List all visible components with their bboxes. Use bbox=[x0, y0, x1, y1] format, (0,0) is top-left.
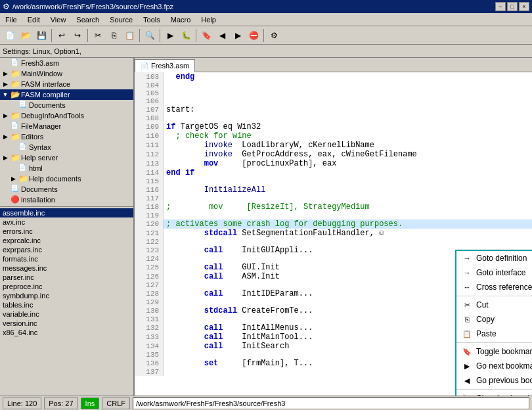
tree-item-filemanager[interactable]: 📄 FileManager bbox=[0, 121, 133, 131]
tree-label: installation bbox=[21, 196, 55, 204]
ctx-cut[interactable]: ✂ Cut Ctrl+X bbox=[456, 298, 532, 312]
menu-edit[interactable]: Edit bbox=[25, 14, 43, 25]
tree-item-editors[interactable]: ▶ 📁 Editors bbox=[0, 131, 133, 142]
folder-icon: 📁 bbox=[18, 174, 28, 183]
tree-item-installation[interactable]: 🔴 installation bbox=[0, 194, 133, 205]
expand-icon bbox=[9, 101, 17, 109]
tree-label: html bbox=[29, 164, 43, 172]
file-list-messages[interactable]: messages.inc bbox=[0, 263, 133, 273]
tree-item-fasminterface[interactable]: ▶ 📁 FASM interface bbox=[0, 79, 133, 89]
tree-item-mainwindow[interactable]: ▶ 📁 MainWindow bbox=[0, 68, 133, 79]
next-bk-icon: ▶ bbox=[462, 361, 472, 371]
ctx-sep2 bbox=[456, 342, 532, 343]
close-button[interactable]: × bbox=[519, 2, 529, 11]
tree-item-syntax[interactable]: 📄 Syntax bbox=[0, 142, 133, 152]
maximize-button[interactable]: □ bbox=[507, 2, 518, 11]
file-list-assemble[interactable]: assemble.inc bbox=[0, 208, 133, 217]
toolbar-undo[interactable]: ↩ bbox=[55, 28, 69, 43]
tree-label: FileManager bbox=[21, 122, 61, 130]
file-list-symbdump[interactable]: symbdump.inc bbox=[0, 291, 133, 300]
tab-icon: 📄 bbox=[141, 62, 148, 70]
file-label: formats.inc bbox=[3, 255, 38, 263]
main-layout: 📄 Fresh3.asm ▶ 📁 MainWindow ▶ 📁 FASM int… bbox=[0, 58, 532, 396]
file-list-formats[interactable]: formats.inc bbox=[0, 254, 133, 263]
ctx-go-prev-bookmark[interactable]: ◀ Go previous bookmark bbox=[456, 373, 532, 388]
tree-label: Help server bbox=[21, 154, 58, 162]
toolbar-bk2[interactable]: ⛔ bbox=[246, 28, 261, 43]
tab-fresh3asm[interactable]: 📄 Fresh3.asm bbox=[135, 59, 195, 72]
toolbar-paste[interactable]: 📋 bbox=[122, 28, 137, 43]
menu-macro[interactable]: Macro bbox=[168, 14, 194, 25]
menu-source[interactable]: Source bbox=[107, 14, 135, 25]
tree-item-helpserver[interactable]: ▶ 📁 Help server bbox=[0, 152, 133, 163]
file-list-exprcalc[interactable]: exprcalc.inc bbox=[0, 236, 133, 245]
file-list-tables[interactable]: tables.inc bbox=[0, 300, 133, 309]
ctx-goto-interface[interactable]: → Goto interface Ctrl+Shift+D bbox=[456, 265, 532, 280]
tree-item-debugtools[interactable]: ▶ 📁 DebugInfoAndTools bbox=[0, 110, 133, 121]
ctx-label: Copy bbox=[476, 315, 495, 324]
ctx-label: Clear bookmarks bbox=[476, 394, 532, 396]
tree-item-helpdocs[interactable]: ▶ 📁 Help documents bbox=[0, 173, 133, 184]
toolbar-find[interactable]: 🔍 bbox=[143, 28, 157, 43]
tree-label: Documents bbox=[29, 101, 66, 109]
settings-text: Settings: Linux, Option1, bbox=[3, 47, 81, 55]
toolbar-run[interactable]: ▶ bbox=[163, 28, 177, 43]
file-list-exprpars[interactable]: exprpars.inc bbox=[0, 245, 133, 254]
file-list-preproce[interactable]: preproce.inc bbox=[0, 282, 133, 291]
table-row: 120; activates some crash log for debugg… bbox=[135, 219, 532, 229]
code-editor[interactable]: 103 endg 104 105 106 107start: 108 109if… bbox=[135, 72, 532, 396]
ctx-toggle-bookmark[interactable]: 🔖 Toggle bookmark Ctrl+B bbox=[456, 344, 532, 359]
file-list-errors[interactable]: errors.inc bbox=[0, 227, 133, 236]
ctx-copy[interactable]: ⎘ Copy Ctrl+C bbox=[456, 312, 532, 327]
status-crlf: CRLF bbox=[102, 398, 130, 409]
sidebar: 📄 Fresh3.asm ▶ 📁 MainWindow ▶ 📁 FASM int… bbox=[0, 58, 135, 396]
expand-icon bbox=[9, 143, 17, 151]
tree-label: FASM compiler bbox=[21, 91, 70, 99]
ctx-paste[interactable]: 📋 Paste Ctrl+V bbox=[456, 327, 532, 341]
ctx-label: Go next bookmark bbox=[476, 361, 532, 371]
table-row: 103 endg bbox=[135, 72, 532, 81]
toolbar-open[interactable]: 📂 bbox=[18, 28, 33, 43]
menu-search[interactable]: Search bbox=[74, 14, 102, 25]
file-list-parser[interactable]: parser.inc bbox=[0, 273, 133, 282]
folder-icon: 📁 bbox=[11, 111, 20, 120]
file-label: variable.inc bbox=[3, 310, 39, 318]
ctx-cross-reference[interactable]: ↔ Cross reference Ctrl+R bbox=[456, 280, 532, 294]
menu-help[interactable]: Help bbox=[198, 14, 219, 25]
toolbar-debug[interactable]: 🐛 bbox=[179, 28, 193, 43]
toolbar-next-bk[interactable]: ▶ bbox=[231, 28, 245, 43]
toolbar-cut[interactable]: ✂ bbox=[91, 28, 105, 43]
toolbar-copy[interactable]: ⎘ bbox=[106, 28, 121, 43]
ctx-go-next-bookmark[interactable]: ▶ Go next bookmark bbox=[456, 359, 532, 373]
expand-icon bbox=[9, 164, 17, 172]
tree-item-documents2[interactable]: 📃 Documents bbox=[0, 184, 133, 194]
minimize-button[interactable]: − bbox=[495, 2, 506, 11]
settings-bar: Settings: Linux, Option1, bbox=[0, 45, 532, 58]
expand-icon bbox=[1, 185, 9, 193]
toolbar-redo[interactable]: ↪ bbox=[70, 28, 85, 43]
file-list-version[interactable]: version.inc bbox=[0, 319, 133, 328]
table-row: 113 mov [procLinuxPath], eax bbox=[135, 159, 532, 168]
ctx-clear-bookmarks[interactable]: 🔖 Clear bookmarks bbox=[456, 391, 532, 396]
toolbar-extra[interactable]: ⚙ bbox=[267, 28, 281, 43]
table-row: 108 bbox=[135, 114, 532, 122]
tree-item-documents1[interactable]: 📃 Documents bbox=[0, 100, 133, 110]
file-list-avx[interactable]: avx.inc bbox=[0, 217, 133, 227]
tab-label: Fresh3.asm bbox=[151, 62, 189, 70]
menu-file[interactable]: File bbox=[3, 14, 20, 25]
toolbar-prev-bk[interactable]: ◀ bbox=[215, 28, 229, 43]
menu-view[interactable]: View bbox=[48, 14, 69, 25]
tree-item-fresh3asm[interactable]: 📄 Fresh3.asm bbox=[0, 58, 133, 68]
toolbar-save[interactable]: 💾 bbox=[34, 28, 49, 43]
clear-bk-icon: 🔖 bbox=[462, 393, 472, 396]
tree-item-html[interactable]: 📄 html bbox=[0, 163, 133, 173]
tree-label: Fresh3.asm bbox=[21, 59, 59, 67]
file-list-x86[interactable]: x86_64.inc bbox=[0, 328, 133, 337]
status-path: /work/asmwork/FreshFs/Fresh3/source/Fres… bbox=[133, 398, 529, 409]
menu-tools[interactable]: Tools bbox=[141, 14, 163, 25]
toolbar-bookmark[interactable]: 🔖 bbox=[199, 28, 213, 43]
file-list-variable[interactable]: variable.inc bbox=[0, 309, 133, 319]
toolbar-new[interactable]: 📄 bbox=[3, 28, 17, 43]
tree-item-fasmcompiler[interactable]: ▼ 📂 FASM compiler bbox=[0, 89, 133, 100]
ctx-goto-definition[interactable]: → Goto definition Ctrl+D bbox=[456, 251, 532, 265]
